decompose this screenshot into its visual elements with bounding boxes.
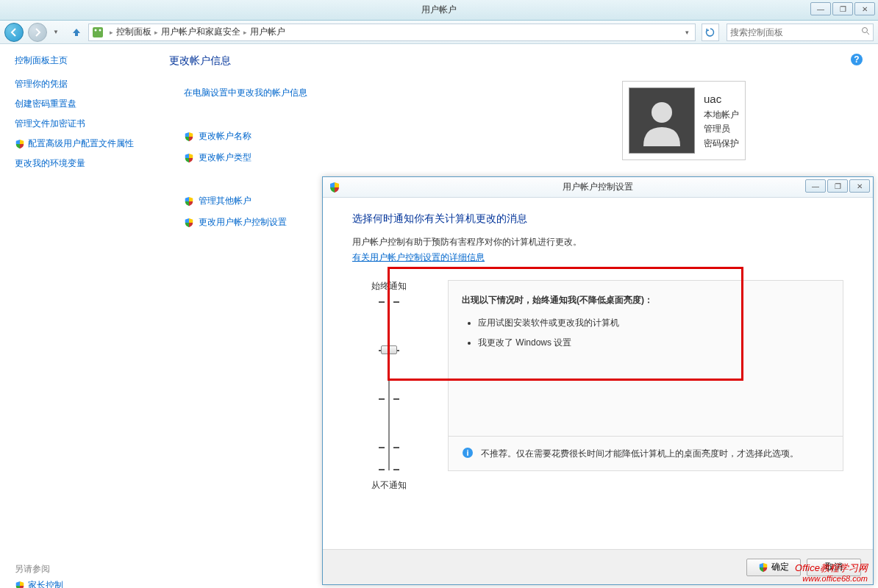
sidebar-link[interactable]: 管理你的凭据 — [7, 74, 147, 94]
ok-label: 确定 — [771, 561, 789, 573]
shield-icon — [184, 218, 194, 228]
back-arrow-icon — [10, 28, 18, 37]
content-link-label: 更改帐户类型 — [199, 151, 251, 164]
dialog-titlebar[interactable]: 用户帐户控制设置 — ❐ ✕ — [323, 177, 873, 198]
account-protection: 密码保护 — [704, 137, 739, 151]
user-avatar-icon — [636, 95, 688, 146]
see-also-label: 另请参阅 — [7, 563, 147, 576]
level-note: 不推荐。仅在需要花费很长时间才能降低计算机上的桌面亮度时，才选择此选项。 — [481, 447, 799, 460]
refresh-icon — [705, 27, 715, 37]
content-link[interactable]: 在电脑设置中更改我的帐户信息 — [184, 82, 863, 104]
watermark: Office教程学习网 www.office68.com — [795, 562, 868, 584]
history-dropdown[interactable]: ▼ — [51, 23, 60, 42]
level-bullet-list: 应用试图安装软件或更改我的计算机 我更改了 Windows 设置 — [462, 317, 829, 349]
svg-point-2 — [99, 29, 101, 31]
slider-column: 始终通知 从不通知 — [352, 280, 426, 492]
sidebar-link-label: 管理文件加密证书 — [15, 118, 85, 130]
slider-bottom-label: 从不通知 — [352, 479, 426, 492]
navigation-bar: ▼ ▸ 控制面板 ▸ 用户帐户和家庭安全 ▸ 用户帐户 ▾ — [0, 21, 878, 44]
info-icon: i — [462, 447, 474, 459]
slider-thumb[interactable] — [381, 345, 397, 354]
account-card: uac 本地帐户 管理员 密码保护 — [622, 81, 746, 160]
up-button[interactable] — [69, 25, 84, 40]
shield-icon — [184, 132, 194, 142]
refresh-button[interactable] — [702, 24, 719, 41]
shield-icon — [15, 139, 25, 149]
sidebar-link-label: 更改我的环境变量 — [15, 157, 85, 170]
level-bullet: 应用试图安装软件或更改我的计算机 — [478, 317, 829, 329]
breadcrumb-item[interactable]: 用户帐户 — [250, 26, 285, 38]
dialog-close-button[interactable]: ✕ — [849, 179, 870, 193]
up-arrow-icon — [71, 27, 82, 37]
forward-button[interactable] — [28, 23, 47, 42]
svg-line-4 — [867, 32, 869, 35]
shield-icon — [184, 196, 194, 207]
svg-point-7 — [652, 102, 672, 123]
sidebar-link-label: 管理你的凭据 — [15, 78, 68, 90]
search-input[interactable] — [730, 27, 861, 37]
forward-arrow-icon — [33, 28, 42, 37]
minimize-button[interactable]: — — [810, 2, 831, 15]
main-window-title: 用户帐户 — [421, 4, 457, 16]
see-also-link[interactable]: 家长控制 — [7, 576, 147, 588]
svg-point-3 — [863, 28, 868, 33]
content-link-label: 管理其他帐户 — [199, 195, 251, 207]
sidebar-link[interactable]: 配置高级用户配置文件属性 — [7, 134, 147, 154]
dialog-minimize-button[interactable]: — — [805, 179, 826, 193]
shield-icon — [758, 562, 768, 573]
breadcrumb-bar[interactable]: ▸ 控制面板 ▸ 用户帐户和家庭安全 ▸ 用户帐户 ▾ — [88, 24, 696, 41]
back-button[interactable] — [4, 23, 24, 42]
dialog-heading: 选择何时通知你有关计算机更改的消息 — [352, 212, 843, 226]
dialog-restore-button[interactable]: ❐ — [827, 179, 848, 193]
dialog-body: 选择何时通知你有关计算机更改的消息 用户帐户控制有助于预防有害程序对你的计算机进… — [323, 198, 873, 506]
sidebar-link[interactable]: 创建密码重置盘 — [7, 94, 147, 114]
level-bullet: 我更改了 Windows 设置 — [478, 337, 829, 349]
shield-icon — [329, 182, 340, 193]
help-icon[interactable]: ? — [850, 53, 863, 66]
sidebar-link-label: 配置高级用户配置文件属性 — [28, 137, 134, 150]
shield-icon — [15, 581, 25, 589]
sidebar-title[interactable]: 控制面板主页 — [7, 54, 147, 67]
dialog-footer: 确定 取消 — [323, 549, 873, 584]
dialog-window-controls: — ❐ ✕ — [805, 179, 870, 193]
content-link[interactable]: 更改帐户类型 — [184, 147, 863, 168]
dialog-description: 用户帐户控制有助于预防有害程序对你的计算机进行更改。 — [352, 236, 843, 248]
search-box[interactable] — [727, 24, 874, 41]
content-link-label: 在电脑设置中更改我的帐户信息 — [184, 87, 307, 99]
breadcrumb-item[interactable]: 用户帐户和家庭安全 — [161, 26, 240, 38]
sidebar-link[interactable]: 管理文件加密证书 — [7, 114, 147, 134]
breadcrumb-sep-icon: ▸ — [110, 29, 113, 36]
content-link-label: 更改用户帐户控制设置 — [199, 216, 287, 229]
main-window-titlebar: 用户帐户 — ❐ ✕ — [0, 0, 878, 21]
breadcrumb-dropdown[interactable]: ▾ — [682, 29, 692, 36]
svg-text:i: i — [466, 448, 468, 457]
dialog-title: 用户帐户控制设置 — [563, 181, 633, 193]
learn-more-link[interactable]: 有关用户帐户控制设置的详细信息 — [352, 252, 485, 262]
page-heading: 更改帐户信息 — [169, 54, 863, 68]
watermark-line1: Office教程学习网 — [795, 562, 868, 574]
breadcrumb-sep-icon: ▸ — [243, 29, 247, 36]
ok-button[interactable]: 确定 — [746, 559, 801, 576]
sidebar-link[interactable]: 更改我的环境变量 — [7, 154, 147, 173]
breadcrumb-sep-icon: ▸ — [154, 29, 158, 36]
see-also-link-label: 家长控制 — [28, 579, 63, 588]
close-button[interactable]: ✕ — [854, 2, 875, 15]
slider-area: 始终通知 从不通知 出现以下情况时，始终通知我(不降低桌面亮度)： 应用试图安装… — [352, 280, 843, 492]
level-description-panel: 出现以下情况时，始终通知我(不降低桌面亮度)： 应用试图安装软件或更改我的计算机… — [448, 280, 843, 471]
main-window-controls: — ❐ ✕ — [810, 2, 875, 15]
account-type: 本地帐户 — [704, 108, 739, 122]
restore-button[interactable]: ❐ — [832, 2, 853, 15]
svg-point-1 — [95, 29, 97, 31]
sidebar: 控制面板主页 管理你的凭据创建密码重置盘管理文件加密证书配置高级用户配置文件属性… — [0, 44, 154, 588]
slider-top-label: 始终通知 — [352, 280, 426, 293]
uac-slider[interactable] — [388, 301, 390, 470]
search-icon — [861, 26, 870, 37]
content-link[interactable]: 更改帐户名称 — [184, 126, 863, 147]
svg-text:?: ? — [854, 54, 859, 65]
watermark-line2: www.office68.com — [795, 574, 868, 584]
sidebar-link-label: 创建密码重置盘 — [15, 98, 76, 110]
account-info: uac 本地帐户 管理员 密码保护 — [704, 90, 739, 151]
account-name: uac — [704, 90, 739, 108]
avatar — [629, 87, 695, 154]
breadcrumb-item[interactable]: 控制面板 — [116, 26, 151, 38]
